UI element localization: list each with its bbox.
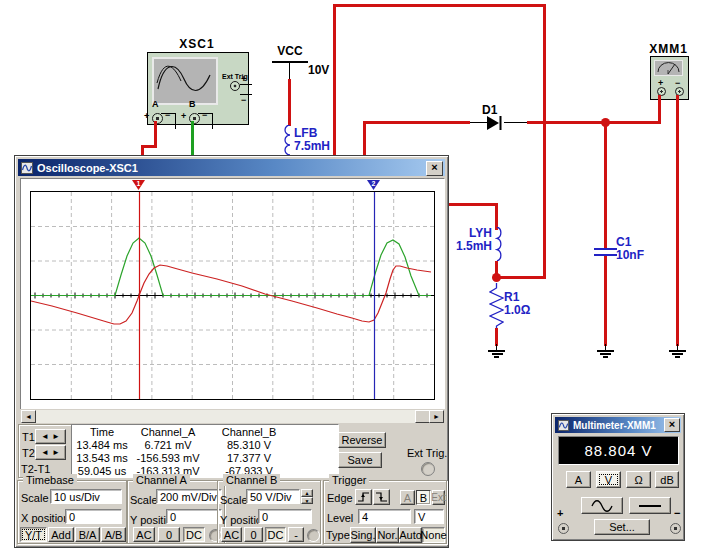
edge-rising-button[interactable] — [355, 489, 372, 505]
xsc1-screen — [152, 57, 218, 105]
close-icon[interactable]: × — [664, 418, 680, 432]
spinner-down-icon[interactable]: ▼ — [301, 497, 313, 504]
t1-time: 13.484 ms — [74, 439, 130, 451]
inductor-lyh[interactable] — [495, 227, 509, 263]
multimeter-window: Multimeter-XMM1 × 88.804 V A V Ω dB + − … — [551, 413, 685, 541]
wire — [604, 121, 607, 248]
sine-icon — [590, 500, 614, 512]
scroll-right-icon[interactable]: ► — [429, 410, 444, 423]
trigger-source-a-button[interactable]: A — [400, 490, 415, 505]
wire — [288, 79, 291, 126]
wire — [527, 121, 661, 124]
ground-bar — [494, 356, 499, 358]
t1-arrows-button[interactable]: ◄► — [35, 429, 66, 444]
mode-db-button[interactable]: dB — [655, 471, 679, 488]
cursor-1-flag[interactable]: 1 — [132, 180, 145, 190]
ac-mode-button[interactable] — [581, 497, 623, 514]
t1-channel-a: 6.721 mV — [128, 439, 208, 451]
timebase-yt-button[interactable]: Y/T — [20, 527, 47, 542]
inductor-lfb[interactable] — [279, 125, 293, 156]
trigger-type-label: Type — [326, 529, 350, 541]
spinner-up-icon[interactable]: ▲ — [301, 489, 313, 497]
ground-bar — [672, 353, 683, 355]
falling-edge-icon — [374, 490, 389, 504]
channel-b-radio[interactable] — [307, 529, 320, 542]
mode-volt-button[interactable]: V — [596, 471, 621, 488]
wire-stub — [175, 113, 176, 129]
ext-trig-readout-label: Ext Trig. — [407, 447, 447, 459]
mode-ohm-button[interactable]: Ω — [626, 471, 651, 488]
diode-lead — [504, 122, 528, 123]
timebase-add-button[interactable]: Add — [48, 527, 74, 542]
trigger-level-field[interactable]: 4 — [358, 509, 411, 524]
wire — [676, 95, 679, 346]
t2-arrows-button[interactable]: ◄► — [35, 445, 66, 460]
channel-a-zero-button[interactable]: 0 — [158, 527, 180, 542]
channel-a-group: Channel A Scale 200 mV/Div Y position 0 … — [127, 480, 225, 544]
multimeter-titlebar[interactable]: Multimeter-XMM1 — [555, 417, 681, 433]
channel-b-scale-field[interactable]: 50 V/Div — [246, 489, 300, 504]
mode-ampere-button[interactable]: A — [566, 471, 591, 488]
multimeter-minus-terminal[interactable] — [670, 523, 681, 534]
channel-a-ac-button[interactable]: AC — [133, 527, 155, 542]
capacitor-c1[interactable] — [594, 248, 617, 250]
cursor-box: T1 ◄► T2 ◄► T2-T1 — [18, 424, 72, 478]
scope-scrollbar[interactable]: ◄ ► — [20, 409, 445, 424]
timebase-ab-button[interactable]: A/B — [101, 527, 126, 542]
timebase-scale-field[interactable]: 10 us/Div — [50, 489, 122, 504]
channel-b-zero-button[interactable]: 0 — [244, 527, 263, 542]
arrow-right-icon: ► — [52, 448, 60, 457]
set-button[interactable]: Set... — [594, 519, 650, 535]
scroll-left-icon[interactable]: ◄ — [21, 410, 36, 423]
col-header: Channel_A — [128, 426, 208, 438]
edge-falling-button[interactable] — [373, 489, 390, 505]
channel-a-label: A — [152, 99, 159, 109]
ext-trig-terminal[interactable] — [230, 81, 240, 91]
ext-trig-terminal-circle[interactable] — [421, 462, 435, 476]
wire — [289, 63, 290, 80]
timebase-ba-button[interactable]: B/A — [75, 527, 100, 542]
channel-b-minus-button[interactable]: - — [288, 527, 304, 542]
channel-b-scale-spinner[interactable]: ▲ ▼ — [301, 489, 313, 504]
dc-mode-button[interactable] — [629, 497, 671, 514]
c1-label: C1 — [616, 235, 631, 249]
oscilloscope-instrument-icon[interactable]: Ext Trig + − A B + − + − — [147, 52, 249, 125]
trigger-level-unit-field[interactable]: V — [414, 509, 444, 524]
trigger-type-nor-button[interactable]: Nor. — [376, 527, 399, 543]
channel-a-scale-field[interactable]: 200 mV/Div — [156, 489, 222, 504]
channel-b-ypos-field[interactable]: 0 — [258, 509, 312, 524]
wire — [495, 276, 546, 279]
trigger-type-sing-button[interactable]: Sing. — [350, 527, 376, 543]
cursor-2-flag[interactable]: 2 — [367, 180, 380, 190]
save-button[interactable]: Save — [338, 452, 382, 468]
multimeter-title: Multimeter-XMM1 — [573, 420, 656, 431]
wire-stub — [240, 84, 252, 85]
resistor-r1[interactable] — [489, 283, 504, 330]
reverse-button[interactable]: Reverse — [338, 432, 386, 448]
trigger-level-label: Level — [327, 512, 353, 524]
vcc-label: VCC — [272, 44, 308, 58]
vcc-symbol[interactable] — [272, 61, 308, 63]
channel-b-ac-button[interactable]: AC — [221, 527, 242, 542]
channel-a-ypos-field[interactable]: 0 — [166, 509, 222, 524]
trigger-type-none-button[interactable]: None — [422, 527, 445, 543]
trigger-source-ext-button[interactable]: Ext — [432, 490, 445, 505]
t1-label: T1 — [22, 431, 35, 443]
oscilloscope-titlebar[interactable]: Oscilloscope-XSC1 — [18, 159, 445, 176]
multimeter-plus-terminal[interactable] — [558, 523, 569, 534]
timebase-xpos-field[interactable]: 0 — [65, 509, 122, 524]
trigger-type-auto-button[interactable]: Auto — [399, 527, 422, 543]
diode-d1[interactable] — [487, 115, 504, 131]
multimeter-instrument-icon[interactable]: + − — [650, 56, 689, 100]
rising-edge-icon — [356, 490, 371, 504]
close-icon[interactable]: × — [426, 161, 443, 176]
trigger-source-b-button[interactable]: B — [416, 490, 431, 505]
t2-channel-a: -156.593 mV — [128, 452, 208, 464]
instrument-icon — [558, 420, 569, 431]
channel-b-dc-button[interactable]: DC — [265, 527, 286, 542]
wire — [154, 121, 157, 148]
channel-b-group: Channel B Scale 50 V/Div ▲ ▼ Y position … — [217, 480, 321, 544]
lyh-label: LYH — [460, 226, 492, 240]
ground-bar — [597, 350, 614, 352]
channel-a-dc-button[interactable]: DC — [183, 527, 205, 542]
